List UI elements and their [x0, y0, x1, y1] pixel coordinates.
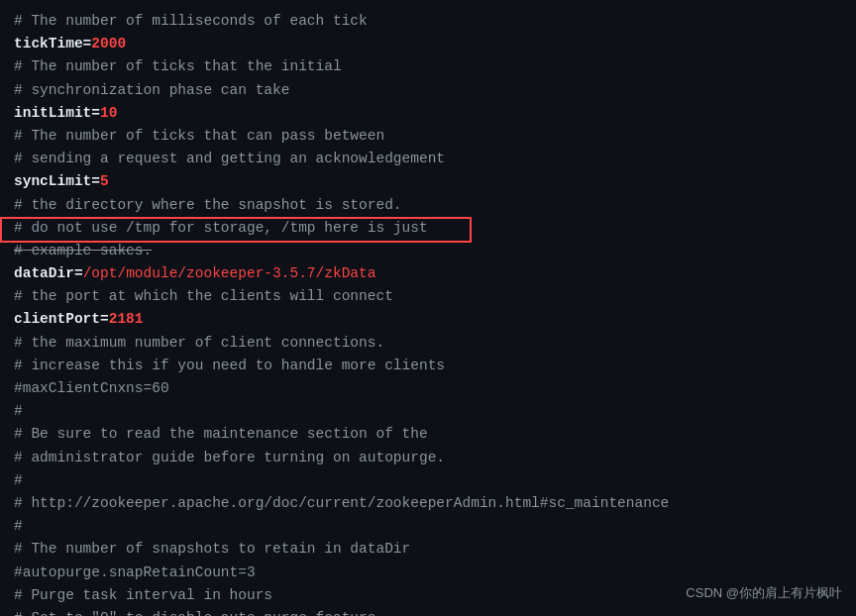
- line-5: initLimit=10: [14, 102, 842, 125]
- line-2: tickTime=2000: [14, 33, 842, 55]
- line-16: # increase this if you need to handle mo…: [14, 355, 842, 377]
- line-4: # synchronization phase can take: [14, 79, 842, 102]
- line-24: # The number of snapshots to retain in d…: [14, 538, 842, 561]
- line-7: # sending a request and getting an ackno…: [14, 148, 842, 170]
- line-11: # example sakes.: [14, 240, 842, 262]
- line-14: clientPort=2181: [14, 308, 842, 331]
- line-1: # The number of milliseconds of each tic…: [14, 10, 842, 33]
- line-19: # Be sure to read the maintenance sectio…: [14, 423, 842, 446]
- line-13: # the port at which the clients will con…: [14, 285, 842, 308]
- line-20: # administrator guide before turning on …: [14, 447, 842, 469]
- line-9: # the directory where the snapshot is st…: [14, 194, 842, 217]
- line-3: # The number of ticks that the initial: [14, 55, 842, 78]
- val-datadir: /opt/module/zookeeper-3.5.7/zkData: [83, 265, 376, 281]
- line-12-datadir: dataDir=/opt/module/zookeeper-3.5.7/zkDa…: [14, 262, 842, 285]
- val-ticktime: 2000: [91, 36, 126, 51]
- key-clientport: clientPort=: [14, 311, 109, 327]
- key-initlimit: initLimit=: [14, 105, 100, 121]
- val-initlimit: 10: [100, 105, 117, 121]
- line-21: #: [14, 469, 842, 492]
- val-clientport: 2181: [109, 311, 144, 327]
- line-25: #autopurge.snapRetainCount=3: [14, 562, 842, 584]
- key-datadir: dataDir=: [14, 265, 83, 281]
- watermark: CSDN @你的肩上有片枫叶: [686, 583, 842, 604]
- line-18: #: [14, 400, 842, 423]
- line-8: syncLimit=5: [14, 170, 842, 193]
- val-synclimit: 5: [100, 173, 109, 189]
- line-15: # the maximum number of client connectio…: [14, 332, 842, 355]
- line-27: # Set to "0" to disable auto purge featu…: [14, 607, 842, 616]
- key-ticktime: tickTime=: [14, 36, 91, 51]
- line-17: #maxClientCnxns=60: [14, 377, 842, 400]
- terminal: # The number of milliseconds of each tic…: [0, 0, 856, 616]
- key-synclimit: syncLimit=: [14, 173, 100, 189]
- line-22: # http://zookeeper.apache.org/doc/curren…: [14, 492, 842, 515]
- line-10: # do not use /tmp for storage, /tmp here…: [14, 217, 842, 240]
- line-23: #: [14, 515, 842, 538]
- line-11-strike: # example sakes.: [14, 243, 152, 258]
- line-6: # The number of ticks that can pass betw…: [14, 125, 842, 148]
